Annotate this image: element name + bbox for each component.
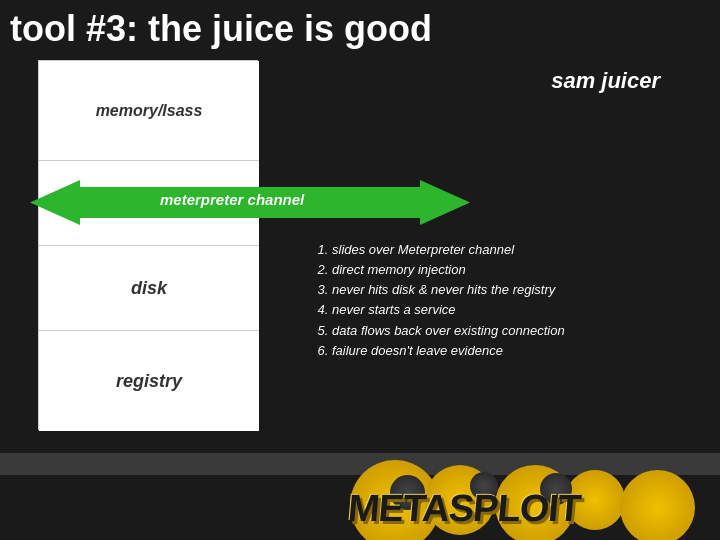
disk-section: disk bbox=[39, 246, 259, 331]
graffiti-text: METASPLOIT bbox=[346, 487, 582, 530]
deco-circle-5 bbox=[620, 470, 695, 540]
left-box: memory/lsass services disk registry bbox=[38, 60, 258, 430]
feature-list-items: slides over Meterpreter channeldirect me… bbox=[310, 240, 690, 361]
list-item: data flows back over existing connection bbox=[332, 321, 690, 341]
graffiti-area: METASPLOIT bbox=[340, 425, 720, 540]
list-item: direct memory injection bbox=[332, 260, 690, 280]
meterpreter-channel-label: meterpreter channel bbox=[160, 191, 304, 208]
disk-label: disk bbox=[131, 278, 167, 299]
registry-label: registry bbox=[116, 371, 182, 392]
feature-list: slides over Meterpreter channeldirect me… bbox=[310, 240, 690, 361]
list-item: never starts a service bbox=[332, 300, 690, 320]
list-item: failure doesn't leave evidence bbox=[332, 341, 690, 361]
slide: tool #3: the juice is good sam juicer me… bbox=[0, 0, 720, 540]
registry-section: registry bbox=[39, 331, 259, 431]
memory-label: memory/lsass bbox=[96, 102, 203, 120]
list-item: never hits disk & never hits the registr… bbox=[332, 280, 690, 300]
page-title: tool #3: the juice is good bbox=[10, 8, 432, 50]
memory-section: memory/lsass bbox=[39, 61, 259, 161]
sam-juicer-label: sam juicer bbox=[551, 68, 660, 94]
list-item: slides over Meterpreter channel bbox=[332, 240, 690, 260]
